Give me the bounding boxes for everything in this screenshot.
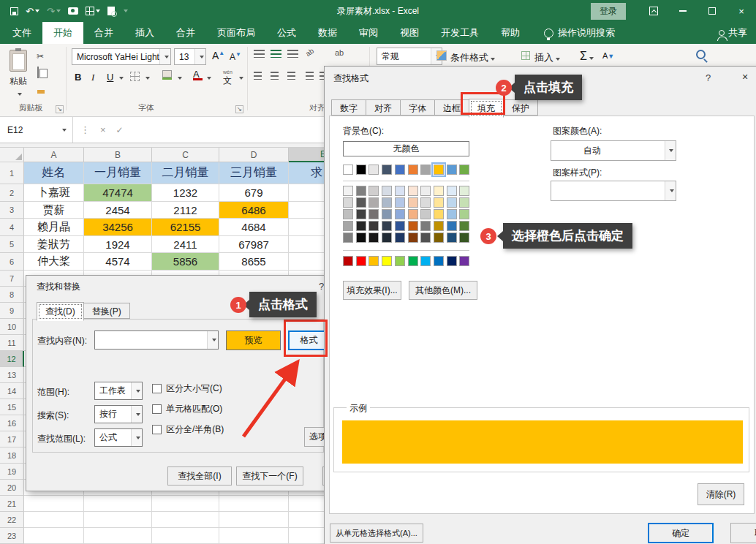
shrink-font-icon[interactable]: A▼ [230, 51, 241, 62]
print-preview-icon[interactable] [107, 5, 115, 17]
color-swatch[interactable] [459, 221, 469, 231]
row-header-18[interactable]: 18 [0, 447, 24, 464]
row-header-2[interactable]: 2 [0, 184, 24, 202]
row-header-4[interactable]: 4 [0, 219, 24, 236]
format-dialog-tab-字体[interactable]: 字体 [400, 99, 435, 116]
pattern-style-select[interactable] [551, 181, 676, 201]
find-dialog-tab-查找(D)[interactable]: 查找(D) [37, 302, 84, 321]
row-header-23[interactable]: 23 [0, 528, 24, 544]
cell[interactable]: 6486 [219, 202, 289, 219]
row-header-17[interactable]: 17 [0, 431, 24, 447]
color-swatch[interactable] [408, 197, 418, 208]
redo-icon[interactable]: ↷ [47, 5, 61, 17]
row-header-14[interactable]: 14 [0, 383, 24, 399]
find-all-button[interactable]: 查找全部(I) [167, 466, 232, 486]
ribbon-tab-公式[interactable]: 公式 [266, 22, 307, 44]
color-swatch[interactable] [447, 186, 457, 196]
ribbon-tab-数据[interactable]: 数据 [307, 22, 348, 44]
cell[interactable]: 1232 [152, 184, 219, 202]
insert-cells-button[interactable]: 插入 [534, 51, 560, 64]
color-swatch[interactable] [382, 221, 392, 231]
column-header-C[interactable]: C [152, 148, 219, 162]
pattern-color-select[interactable]: 自动 [551, 140, 676, 161]
column-header-D[interactable]: D [219, 148, 289, 162]
number-format-combo[interactable]: 常规 [377, 48, 442, 65]
color-swatch[interactable] [447, 256, 457, 266]
cell[interactable] [24, 528, 84, 544]
color-swatch[interactable] [408, 209, 418, 219]
header-cell[interactable]: 二月销量 [152, 162, 219, 184]
top-align-icon[interactable] [254, 50, 265, 58]
color-swatch[interactable] [408, 186, 418, 196]
underline-button[interactable]: U [107, 72, 113, 83]
undo-icon[interactable]: ↶ [26, 5, 39, 17]
table-icon[interactable] [86, 5, 100, 17]
cell[interactable] [24, 512, 84, 528]
row-header-12[interactable]: 12 [0, 351, 24, 367]
clipboard-dialog-launcher-icon[interactable]: ↘ [56, 105, 64, 113]
cell[interactable] [24, 496, 84, 512]
cell[interactable]: 仲大桨 [24, 253, 84, 271]
color-swatch[interactable] [382, 209, 392, 219]
color-swatch[interactable] [382, 233, 392, 243]
font-dialog-launcher-icon[interactable]: ↘ [235, 105, 243, 113]
fill-effects-button[interactable]: 填充效果(I)... [343, 281, 401, 300]
phonetic-guide-icon[interactable]: wén文 [223, 70, 233, 87]
ribbon-tab-帮助[interactable]: 帮助 [490, 22, 531, 44]
save-icon[interactable] [10, 5, 18, 17]
checkbox-icon[interactable] [152, 425, 162, 434]
color-swatch[interactable] [420, 209, 431, 219]
color-swatch[interactable] [395, 186, 405, 196]
row-header-7[interactable]: 7 [0, 271, 24, 287]
cell[interactable]: 67987 [219, 236, 289, 253]
ribbon-tab-开始[interactable]: 开始 [42, 22, 83, 44]
ribbon-tab-审阅[interactable]: 审阅 [348, 22, 389, 44]
italic-button[interactable]: I [91, 72, 94, 83]
wrap-text-icon[interactable]: ab [335, 48, 344, 57]
color-swatch[interactable] [408, 233, 418, 243]
row-header-22[interactable]: 22 [0, 512, 24, 528]
cancel-button[interactable]: 取消 [730, 523, 756, 543]
color-swatch[interactable] [356, 209, 366, 219]
header-cell[interactable]: 三月销量 [219, 162, 289, 184]
color-swatch[interactable] [434, 221, 444, 231]
search-order-select[interactable]: 按行 [94, 405, 143, 423]
color-swatch[interactable] [356, 197, 366, 208]
color-swatch[interactable] [395, 221, 405, 231]
phonetic-caret-icon[interactable] [239, 77, 243, 80]
color-swatch[interactable] [420, 233, 431, 243]
color-swatch[interactable] [368, 209, 379, 219]
color-swatch[interactable] [447, 221, 457, 231]
color-swatch[interactable] [395, 256, 405, 266]
find-what-input[interactable] [94, 330, 219, 350]
cell[interactable]: 8655 [219, 253, 289, 271]
color-swatch[interactable] [343, 233, 353, 243]
color-swatch[interactable] [434, 197, 444, 208]
color-swatch[interactable] [447, 165, 457, 175]
color-swatch[interactable] [420, 186, 431, 196]
color-swatch[interactable] [368, 186, 379, 196]
name-box[interactable]: E12 [0, 117, 73, 143]
cancel-entry-icon[interactable]: × [100, 124, 106, 135]
cell[interactable]: 赖月晶 [24, 219, 84, 236]
cell[interactable]: 47474 [84, 184, 152, 202]
header-cell[interactable]: 姓名 [24, 162, 84, 184]
customize-qat-icon[interactable] [122, 5, 128, 17]
color-swatch[interactable] [434, 209, 444, 219]
cell[interactable] [152, 496, 219, 512]
autosum-button[interactable]: Σ [580, 50, 594, 63]
font-name-combo[interactable]: Microsoft YaHei Light [72, 48, 171, 65]
color-swatch[interactable] [368, 256, 379, 266]
checkbox-区分大小写(C)[interactable]: 区分大小写(C) [152, 382, 224, 395]
cell[interactable]: 679 [219, 184, 289, 202]
cell[interactable] [84, 512, 152, 528]
borders-icon[interactable] [130, 72, 140, 81]
minimize-button[interactable] [668, 0, 698, 22]
orientation-icon[interactable]: ab [304, 47, 315, 58]
middle-align-icon[interactable] [271, 50, 281, 58]
color-swatch[interactable] [343, 186, 353, 196]
cell[interactable] [152, 528, 219, 544]
align-right-icon[interactable] [287, 72, 295, 80]
row-header-11[interactable]: 11 [0, 335, 24, 351]
paste-button[interactable]: 粘贴 [7, 50, 29, 98]
